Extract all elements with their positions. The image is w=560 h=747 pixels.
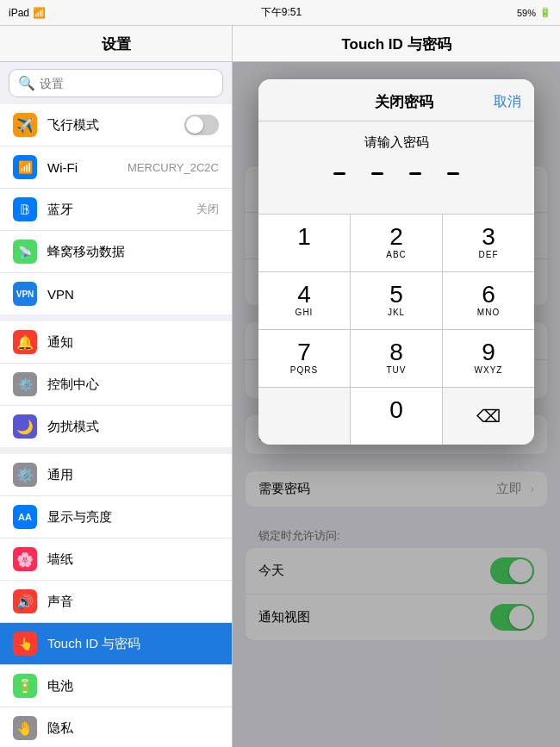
key-4[interactable]: 4 GHI <box>258 272 350 329</box>
sidebar-list: ✈️ 飞行模式 📶 Wi-Fi MERCURY_2C2C 𝔹 蓝牙 关闭 <box>0 104 232 747</box>
key-5-letters: JKL <box>388 308 405 319</box>
key-9[interactable]: 9 WXYZ <box>443 330 534 387</box>
key-4-letters: GHI <box>296 308 314 319</box>
right-header: Touch ID 与密码 <box>233 26 560 62</box>
sidebar-item-sounds[interactable]: 🔊 声音 <box>0 581 232 623</box>
main-layout: 设置 🔍 ✈️ 飞行模式 📶 Wi-Fi MERCU <box>0 26 560 747</box>
sidebar: 设置 🔍 ✈️ 飞行模式 📶 Wi-Fi MERCU <box>0 26 233 747</box>
sidebar-item-general[interactable]: ⚙️ 通用 <box>0 454 232 496</box>
key-delete[interactable]: ⌫ <box>443 388 534 445</box>
key-9-number: 9 <box>482 340 495 364</box>
ipad-label: iPad <box>9 7 29 19</box>
airplane-icon: ✈️ <box>13 113 37 137</box>
privacy-icon: 🤚 <box>13 716 37 740</box>
keypad: 1 2 ABC 3 DEF 4 <box>258 214 534 445</box>
key-1-number: 1 <box>297 225 311 249</box>
status-time: 下午9:51 <box>261 5 302 20</box>
key-4-number: 4 <box>297 283 311 307</box>
sidebar-item-controlcenter[interactable]: ⚙️ 控制中心 <box>0 364 232 406</box>
key-3-number: 3 <box>482 225 495 249</box>
cellular-label: 蜂窝移动数据 <box>47 244 219 260</box>
key-6-number: 6 <box>482 283 495 307</box>
bluetooth-label: 蓝牙 <box>47 202 192 218</box>
touchid-label: Touch ID 与密码 <box>47 636 219 652</box>
sidebar-item-notifications[interactable]: 🔔 通知 <box>0 321 232 364</box>
sidebar-item-donotdisturb[interactable]: 🌙 勿扰模式 <box>0 406 232 447</box>
dialog-cancel-button[interactable]: 取消 <box>494 93 521 111</box>
sidebar-title: 设置 <box>13 34 219 54</box>
controlcenter-icon: ⚙️ <box>13 372 37 396</box>
wifi-label: Wi-Fi <box>47 160 123 175</box>
sidebar-group-connectivity: ✈️ 飞行模式 📶 Wi-Fi MERCURY_2C2C 𝔹 蓝牙 关闭 <box>0 104 232 314</box>
sidebar-item-airplane[interactable]: ✈️ 飞行模式 <box>0 104 232 146</box>
dialog-header: 关闭密码 取消 <box>258 79 534 121</box>
right-panel: Touch ID 与密码 将 TOUCH ID 用于: i <box>233 26 560 747</box>
search-box[interactable]: 🔍 <box>9 69 223 97</box>
sidebar-item-wifi[interactable]: 📶 Wi-Fi MERCURY_2C2C <box>0 146 232 189</box>
vpn-label: VPN <box>47 287 219 302</box>
battery-percent: 59% <box>517 8 536 18</box>
key-0-number: 0 <box>389 398 403 422</box>
sounds-icon: 🔊 <box>13 589 37 613</box>
sidebar-group-preferences: ⚙️ 通用 AA 显示与亮度 🌸 墙纸 🔊 声音 👆 Touch ID <box>0 454 232 747</box>
controlcenter-label: 控制中心 <box>47 377 219 393</box>
key-6[interactable]: 6 MNO <box>443 272 534 329</box>
airplane-label: 飞行模式 <box>47 117 184 134</box>
passcode-dialog: 关闭密码 取消 请输入密码 <box>258 79 534 445</box>
sidebar-item-touchid[interactable]: 👆 Touch ID 与密码 <box>0 623 232 665</box>
key-3-letters: DEF <box>479 250 499 261</box>
status-right: 59% 🔋 <box>517 7 551 18</box>
bluetooth-value: 关闭 <box>196 202 219 217</box>
notifications-label: 通知 <box>47 334 219 351</box>
key-6-letters: MNO <box>477 308 500 319</box>
key-empty <box>258 388 350 445</box>
passcode-dot-2 <box>371 172 383 175</box>
key-8-number: 8 <box>389 340 403 364</box>
bluetooth-icon: 𝔹 <box>13 197 37 221</box>
notifications-icon: 🔔 <box>13 330 37 354</box>
passcode-dot-1 <box>333 172 345 175</box>
key-3[interactable]: 3 DEF <box>443 215 534 271</box>
key-5-number: 5 <box>389 283 403 307</box>
dialog-body: 请输入密码 <box>258 121 534 214</box>
sidebar-item-display[interactable]: AA 显示与亮度 <box>0 496 232 538</box>
key-8[interactable]: 8 TUV <box>351 330 442 387</box>
key-9-letters: WXYZ <box>475 365 503 377</box>
sidebar-group-system: 🔔 通知 ⚙️ 控制中心 🌙 勿扰模式 <box>0 321 232 447</box>
right-body: 将 TOUCH ID 用于: iPad 解锁 Apple Pay iTunes … <box>233 62 560 747</box>
key-5[interactable]: 5 JKL <box>351 272 442 329</box>
wallpaper-icon: 🌸 <box>13 547 37 571</box>
display-label: 显示与亮度 <box>47 509 219 526</box>
sidebar-item-vpn[interactable]: VPN VPN <box>0 273 232 314</box>
sidebar-item-privacy[interactable]: 🤚 隐私 <box>0 707 232 747</box>
key-2[interactable]: 2 ABC <box>351 215 442 271</box>
privacy-label: 隐私 <box>47 720 219 737</box>
sidebar-item-cellular[interactable]: 📡 蜂窝移动数据 <box>0 231 232 273</box>
vpn-icon: VPN <box>13 282 37 306</box>
donotdisturb-icon: 🌙 <box>13 414 37 439</box>
battery-icon: 🔋 <box>539 7 551 18</box>
passcode-dots <box>271 164 521 184</box>
key-8-letters: TUV <box>387 365 407 377</box>
right-title: Touch ID 与密码 <box>246 34 547 54</box>
dialog-overlay: 关闭密码 取消 请输入密码 <box>233 62 560 747</box>
sidebar-item-wallpaper[interactable]: 🌸 墙纸 <box>0 538 232 581</box>
dialog-title: 关闭密码 <box>314 92 494 112</box>
touchid-icon: 👆 <box>13 632 37 656</box>
key-1[interactable]: 1 <box>258 215 350 271</box>
battery-settings-icon: 🔋 <box>13 674 37 698</box>
search-input[interactable] <box>40 77 214 90</box>
key-0[interactable]: 0 <box>351 388 442 445</box>
sidebar-item-battery[interactable]: 🔋 电池 <box>0 665 232 707</box>
cellular-icon: 📡 <box>13 240 37 264</box>
passcode-dot-3 <box>409 172 421 175</box>
sidebar-search-container: 🔍 <box>0 62 232 104</box>
airplane-toggle[interactable] <box>184 115 219 135</box>
delete-icon: ⌫ <box>476 406 501 426</box>
sidebar-item-bluetooth[interactable]: 𝔹 蓝牙 关闭 <box>0 189 232 231</box>
key-7-number: 7 <box>297 340 311 364</box>
key-7[interactable]: 7 PQRS <box>258 330 350 387</box>
key-2-letters: ABC <box>386 250 407 261</box>
general-label: 通用 <box>47 467 219 483</box>
wifi-value: MERCURY_2C2C <box>128 161 219 174</box>
